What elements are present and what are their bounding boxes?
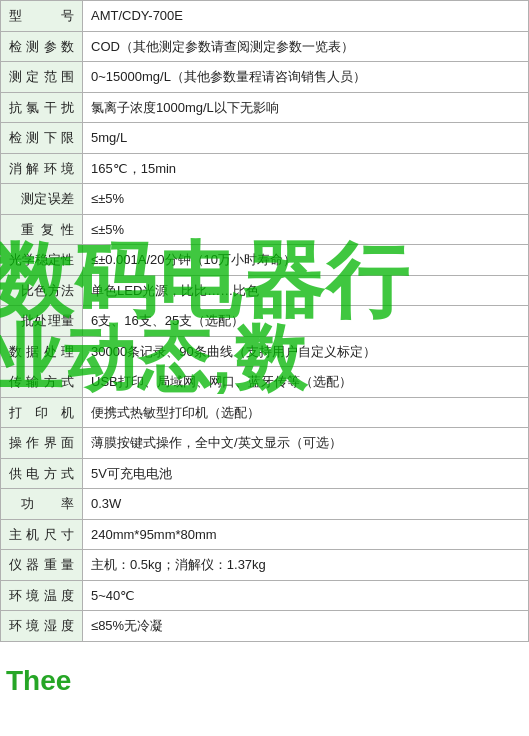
table-row: 环境温度5~40℃ [1, 580, 529, 611]
row-value: ≤±5% [83, 214, 529, 245]
row-label: 型号 [1, 1, 83, 32]
row-label: 测定范围 [1, 62, 83, 93]
row-label: 测定误差 [1, 184, 83, 215]
table-row: 型号AMT/CDY-700E [1, 1, 529, 32]
row-label: 环境温度 [1, 580, 83, 611]
table-row: 操作界面薄膜按键式操作，全中文/英文显示（可选） [1, 428, 529, 459]
table-row: 重复性≤±5% [1, 214, 529, 245]
table-row: 批处理量6支、16支、25支（选配） [1, 306, 529, 337]
row-value: 5~40℃ [83, 580, 529, 611]
row-value: 5V可充电电池 [83, 458, 529, 489]
row-value: 0.3W [83, 489, 529, 520]
row-label: 光学稳定性 [1, 245, 83, 276]
row-value: 240mm*95mm*80mm [83, 519, 529, 550]
table-row: 比色方法单色LED光源，比比……比色 [1, 275, 529, 306]
row-label: 检测下限 [1, 123, 83, 154]
row-value: USB打印、局域网、网口、蓝牙传等（选配） [83, 367, 529, 398]
row-label: 抗氯干扰 [1, 92, 83, 123]
row-label: 主机尺寸 [1, 519, 83, 550]
table-row: 供电方式5V可充电电池 [1, 458, 529, 489]
row-label: 检测参数 [1, 31, 83, 62]
row-label: 数据处理 [1, 336, 83, 367]
row-label: 消解环境 [1, 153, 83, 184]
row-label: 供电方式 [1, 458, 83, 489]
table-row: 测定误差≤±5% [1, 184, 529, 215]
row-value: COD（其他测定参数请查阅测定参数一览表） [83, 31, 529, 62]
row-value: AMT/CDY-700E [83, 1, 529, 32]
row-value: 主机：0.5kg；消解仪：1.37kg [83, 550, 529, 581]
table-row: 抗氯干扰氯离子浓度1000mg/L以下无影响 [1, 92, 529, 123]
table-row: 检测参数COD（其他测定参数请查阅测定参数一览表） [1, 31, 529, 62]
table-row: 仪器重量主机：0.5kg；消解仪：1.37kg [1, 550, 529, 581]
row-value: 165℃，15min [83, 153, 529, 184]
table-row: 传输方式USB打印、局域网、网口、蓝牙传等（选配） [1, 367, 529, 398]
row-label: 比色方法 [1, 275, 83, 306]
row-value: 氯离子浓度1000mg/L以下无影响 [83, 92, 529, 123]
table-row: 检测下限5mg/L [1, 123, 529, 154]
bottom-text: Thee [0, 661, 77, 701]
row-value: 薄膜按键式操作，全中文/英文显示（可选） [83, 428, 529, 459]
table-row: 主机尺寸240mm*95mm*80mm [1, 519, 529, 550]
spec-table: 型号AMT/CDY-700E检测参数COD（其他测定参数请查阅测定参数一览表）测… [0, 0, 529, 642]
row-label: 操作界面 [1, 428, 83, 459]
table-row: 测定范围0~15000mg/L（其他参数量程请咨询销售人员） [1, 62, 529, 93]
row-label: 重复性 [1, 214, 83, 245]
row-value: ≤±5% [83, 184, 529, 215]
row-label: 仪器重量 [1, 550, 83, 581]
row-label: 打印机 [1, 397, 83, 428]
row-value: 5mg/L [83, 123, 529, 154]
spec-table-container: 型号AMT/CDY-700E检测参数COD（其他测定参数请查阅测定参数一览表）测… [0, 0, 529, 642]
row-value: 单色LED光源，比比……比色 [83, 275, 529, 306]
table-row: 打印机便携式热敏型打印机（选配） [1, 397, 529, 428]
row-value: 30000条记录、90条曲线（支持用户自定义标定） [83, 336, 529, 367]
table-row: 消解环境165℃，15min [1, 153, 529, 184]
row-label: 传输方式 [1, 367, 83, 398]
row-value: ≤±0.001A/20分钟（10万小时寿命） [83, 245, 529, 276]
row-value: 0~15000mg/L（其他参数量程请咨询销售人员） [83, 62, 529, 93]
table-row: 功率0.3W [1, 489, 529, 520]
row-label: 环境湿度 [1, 611, 83, 642]
row-value: ≤85%无冷凝 [83, 611, 529, 642]
row-value: 6支、16支、25支（选配） [83, 306, 529, 337]
table-row: 光学稳定性≤±0.001A/20分钟（10万小时寿命） [1, 245, 529, 276]
table-row: 数据处理30000条记录、90条曲线（支持用户自定义标定） [1, 336, 529, 367]
row-label: 功率 [1, 489, 83, 520]
row-label: 批处理量 [1, 306, 83, 337]
table-row: 环境湿度≤85%无冷凝 [1, 611, 529, 642]
row-value: 便携式热敏型打印机（选配） [83, 397, 529, 428]
